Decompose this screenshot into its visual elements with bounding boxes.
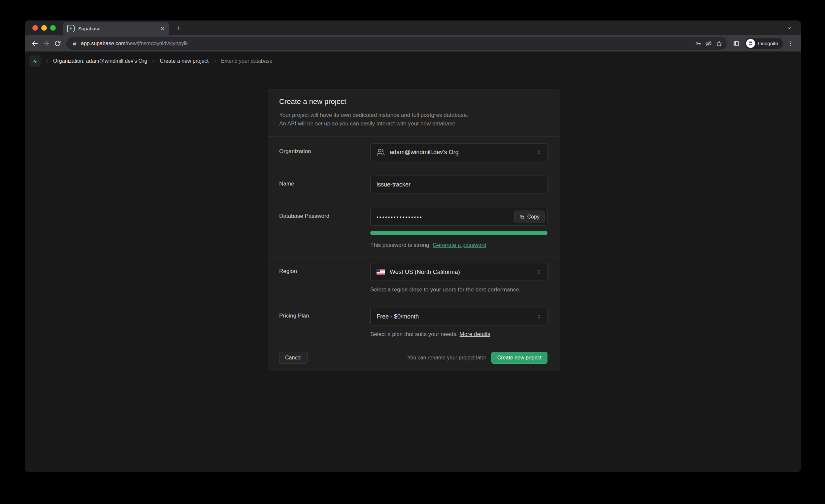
- more-details-link[interactable]: More details: [460, 331, 491, 337]
- password-input[interactable]: •••••••••••••••• Copy: [370, 208, 547, 226]
- region-help: Select a region close to your users for …: [370, 286, 547, 293]
- cancel-button[interactable]: Cancel: [279, 352, 308, 364]
- pricing-row: Pricing Plan Free - $0/month Select a pl…: [268, 301, 560, 345]
- page-content: Create a new project Your project will h…: [25, 71, 801, 472]
- generate-password-link[interactable]: Generate a password: [433, 242, 486, 248]
- supabase-logo-icon[interactable]: [29, 56, 41, 67]
- description-line-2: An API will be set up so you can easily …: [279, 120, 549, 128]
- chevron-right-icon: [45, 59, 49, 63]
- breadcrumb-item-create-project[interactable]: Create a new project: [160, 58, 209, 64]
- supabase-favicon-icon: [67, 25, 75, 32]
- password-help: This password is strong.Generate a passw…: [370, 242, 547, 248]
- rename-note: You can rename your project later: [407, 355, 486, 361]
- organization-label: Organization: [279, 143, 370, 161]
- password-strength-text: This password is strong.: [370, 242, 431, 248]
- name-row: Name: [268, 169, 560, 201]
- pricing-help-text: Select a plan that suits your needs.: [370, 331, 458, 337]
- password-row: Database Password •••••••••••••••• Copy: [268, 201, 560, 256]
- incognito-badge: Incognito: [745, 38, 783, 49]
- breadcrumb-item-organization[interactable]: Organization: adam@windmill.dev's Org: [53, 58, 147, 64]
- close-window-button[interactable]: [32, 25, 38, 31]
- chevron-right-icon: [213, 59, 217, 63]
- pricing-label: Pricing Plan: [279, 308, 370, 338]
- minimize-window-button[interactable]: [41, 25, 47, 31]
- browser-menu-icon[interactable]: [785, 38, 796, 49]
- fullscreen-window-button[interactable]: [50, 25, 56, 31]
- browser-toolbar: app.supabase.com/new/jfnsmqoynldvxjyhpyl…: [25, 35, 801, 52]
- browser-window: Supabase: [25, 20, 801, 472]
- chevron-right-icon: [151, 59, 156, 63]
- region-select[interactable]: West US (North California): [370, 263, 547, 281]
- region-label: Region: [279, 263, 370, 293]
- page-title: Create a new project: [279, 97, 549, 106]
- tab-search-chevron-icon[interactable]: [786, 25, 792, 31]
- pricing-value: Free - $0/month: [377, 313, 419, 320]
- create-new-project-button[interactable]: Create new project: [492, 352, 547, 364]
- url-domain: app.supabase.com: [81, 41, 126, 46]
- card-description: Your project will have its own dedicated…: [279, 111, 549, 128]
- url-path: /new/jfnsmqoynldvxjyhpylk: [126, 41, 188, 46]
- organization-select[interactable]: adam@windmill.dev's Org: [370, 143, 547, 161]
- pricing-select[interactable]: Free - $0/month: [370, 308, 547, 326]
- side-panel-icon[interactable]: [730, 38, 742, 49]
- create-project-card: Create a new project Your project will h…: [268, 89, 560, 371]
- tab-close-icon[interactable]: [160, 26, 165, 31]
- password-label: Database Password: [279, 208, 370, 248]
- site-security-lock-icon[interactable]: [72, 41, 77, 46]
- select-chevrons-icon: [536, 149, 542, 155]
- us-flag-icon: [377, 269, 385, 275]
- forward-button[interactable]: [41, 38, 52, 49]
- organization-value: adam@windmill.dev's Org: [390, 149, 459, 156]
- card-header: Create a new project Your project will h…: [268, 89, 560, 136]
- breadcrumb-item-extend-database: Extend your database: [221, 58, 273, 64]
- select-chevrons-icon: [536, 313, 542, 319]
- password-masked-value: ••••••••••••••••: [377, 214, 509, 220]
- back-button[interactable]: [29, 38, 41, 49]
- address-bar[interactable]: app.supabase.com/new/jfnsmqoynldvxjyhpyl…: [66, 37, 727, 50]
- copy-label: Copy: [527, 214, 539, 220]
- password-strength-bar: [370, 231, 547, 235]
- screenshot-root: Supabase: [0, 0, 825, 504]
- region-value: West US (North California): [390, 269, 460, 276]
- incognito-icon: [746, 39, 755, 48]
- copy-password-button[interactable]: Copy: [514, 211, 544, 223]
- bookmark-star-icon[interactable]: [714, 38, 724, 49]
- project-name-input[interactable]: [370, 175, 547, 194]
- breadcrumb: Organization: adam@windmill.dev's Org Cr…: [25, 52, 801, 71]
- macos-window-controls: [32, 20, 56, 35]
- description-line-1: Your project will have its own dedicated…: [279, 111, 549, 120]
- browser-tab-supabase[interactable]: Supabase: [63, 22, 169, 35]
- password-key-icon[interactable]: [693, 38, 703, 49]
- region-row: Region West US (North California) Select…: [268, 256, 560, 301]
- name-label: Name: [279, 175, 370, 194]
- select-chevrons-icon: [536, 269, 542, 275]
- tab-title: Supabase: [78, 26, 160, 31]
- browser-titlebar: Supabase: [25, 20, 801, 35]
- users-icon: [377, 148, 385, 156]
- organization-row: Organization adam@windmill.dev's Org: [268, 136, 560, 169]
- reload-button[interactable]: [52, 38, 63, 49]
- url-text: app.supabase.com/new/jfnsmqoynldvxjyhpyl…: [81, 41, 693, 47]
- copy-icon: [519, 214, 525, 220]
- pricing-help: Select a plan that suits your needs.More…: [370, 331, 547, 338]
- new-tab-button[interactable]: [175, 25, 181, 31]
- eye-off-icon[interactable]: [703, 38, 714, 49]
- card-footer: Cancel You can rename your project later…: [268, 345, 560, 371]
- incognito-label: Incognito: [758, 41, 778, 46]
